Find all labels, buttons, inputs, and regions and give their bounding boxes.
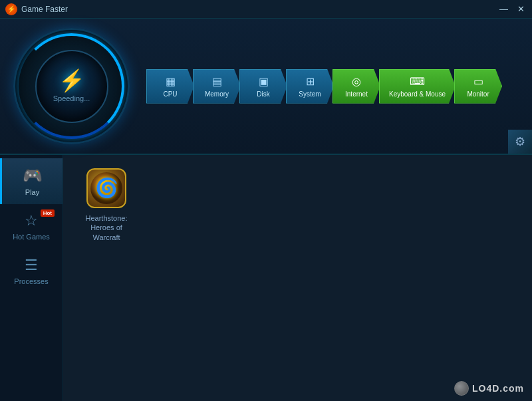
window-controls: — ✕: [497, 4, 527, 14]
watermark: LO4D.com: [454, 381, 524, 396]
boost-pipeline: ▦CPU▤Memory▣Disk⊞System◎Internet⌨Keyboar…: [146, 67, 519, 106]
system-icon: ⊞: [306, 75, 315, 88]
pipeline-item-memory[interactable]: ▤Memory: [194, 69, 241, 104]
watermark-text: LO4D.com: [472, 383, 524, 394]
memory-label: Memory: [205, 90, 229, 98]
app-logo: ⚡: [5, 3, 17, 15]
monitor-label: Monitor: [467, 90, 489, 98]
pipeline-item-cpu[interactable]: ▦CPU: [146, 69, 194, 104]
memory-icon: ▤: [212, 75, 222, 88]
speeding-text: Speeding...: [53, 94, 90, 102]
speed-meter-inner: ⚡ Speeding...: [35, 50, 108, 123]
processes-sidebar-icon: ☰: [25, 257, 38, 274]
pipeline-track: ▦CPU▤Memory▣Disk⊞System◎Internet⌨Keyboar…: [146, 67, 519, 106]
sidebar-item-hot-games[interactable]: Hot☆Hot Games: [0, 204, 63, 249]
minimize-button[interactable]: —: [497, 4, 510, 14]
speed-meter: ⚡ Speeding...: [13, 28, 130, 144]
title-bar: ⚡ Game Faster — ✕: [0, 0, 532, 19]
title-bar-left: ⚡ Game Faster: [5, 3, 68, 15]
hearthstone-icon: 🌀: [86, 168, 126, 208]
pipeline-item-system[interactable]: ⊞System: [287, 69, 334, 104]
top-panel: ⚡ Speeding... ▦CPU▤Memory▣Disk⊞System◎In…: [0, 19, 532, 155]
app-title: Game Faster: [21, 5, 68, 14]
pipeline-item-disk[interactable]: ▣Disk: [241, 69, 287, 104]
play-sidebar-icon: 🎮: [23, 166, 43, 185]
processes-sidebar-label: Processes: [14, 277, 48, 285]
game-item-hearthstone[interactable]: 🌀 Hearthstone: Heroes of Warcraft: [76, 168, 136, 242]
keyboard-mouse-label: Keyboard & Mouse: [389, 90, 446, 98]
pipeline-item-keyboard-mouse[interactable]: ⌨Keyboard & Mouse: [380, 69, 456, 104]
hot-badge: Hot: [41, 209, 55, 217]
keyboard-mouse-icon: ⌨: [410, 75, 425, 88]
lightning-icon: ⚡: [59, 70, 85, 91]
internet-icon: ◎: [352, 75, 361, 88]
pipeline-item-internet[interactable]: ◎Internet: [334, 69, 380, 104]
gear-icon: ⚙: [515, 134, 525, 149]
close-button[interactable]: ✕: [515, 4, 527, 14]
disk-icon: ▣: [259, 75, 269, 88]
cpu-icon: ▦: [166, 75, 176, 88]
sidebar-item-processes[interactable]: ☰Processes: [0, 249, 63, 293]
hearthstone-label: Hearthstone: Heroes of Warcraft: [76, 213, 136, 242]
watermark-globe: [454, 381, 469, 396]
games-area: 🌀 Hearthstone: Heroes of Warcraft: [63, 155, 532, 401]
pipeline-item-monitor[interactable]: ▭Monitor: [456, 69, 502, 104]
play-sidebar-label: Play: [25, 188, 39, 196]
disk-label: Disk: [257, 90, 269, 98]
system-label: System: [299, 90, 321, 98]
sidebar: 🎮PlayHot☆Hot Games☰Processes: [0, 155, 63, 401]
internet-label: Internet: [345, 90, 368, 98]
main-content: 🎮PlayHot☆Hot Games☰Processes 🌀 Hearthsto…: [0, 155, 532, 401]
monitor-icon: ▭: [473, 75, 483, 88]
hot-games-sidebar-label: Hot Games: [13, 233, 50, 241]
pipeline-items: ▦CPU▤Memory▣Disk⊞System◎Internet⌨Keyboar…: [146, 69, 502, 104]
hot-games-sidebar-icon: ☆: [25, 212, 38, 229]
svg-text:🌀: 🌀: [95, 177, 118, 199]
cpu-label: CPU: [163, 90, 177, 98]
settings-gear-button[interactable]: ⚙: [508, 130, 532, 154]
sidebar-item-play[interactable]: 🎮Play: [0, 158, 63, 204]
speed-meter-outer: ⚡ Speeding...: [13, 28, 130, 144]
